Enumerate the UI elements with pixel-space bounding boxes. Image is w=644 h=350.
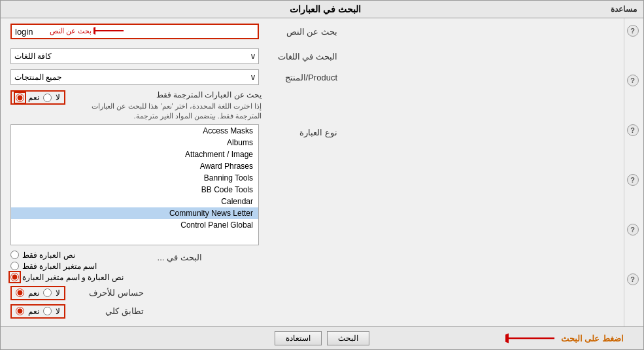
search-in-option-1: نص العبارة فقط <box>10 251 75 260</box>
list-item[interactable]: BB Code Tools <box>11 184 258 196</box>
translated-main-label: يحث عن العبارات المترجمة فقط <box>65 90 262 99</box>
translated-no-radio[interactable] <box>43 94 52 102</box>
search-in-radio-2[interactable] <box>10 262 19 270</box>
list-item[interactable]: Albums <box>11 137 258 149</box>
bottom-arrow-icon <box>505 332 558 345</box>
bottom-annotation-text: اضغط على البحث <box>561 334 624 343</box>
language-value: كافة اللغات <box>14 52 52 61</box>
help-icons-column: ? ? ? ? ? ? <box>624 18 643 326</box>
exact-match-row: تطابق كلي لا نعم <box>10 304 614 319</box>
help-icon-4[interactable]: ? <box>627 174 639 186</box>
phrase-type-label: نوع العبارة <box>259 128 337 137</box>
help-icon-5[interactable]: ? <box>627 224 639 236</box>
translated-no-label: لا <box>56 93 60 102</box>
search-in-radios: نص العبارة فقط اسم متغير العبارة فقط نص … <box>10 251 124 282</box>
search-in-row: البحث في ... نص العبارة فقط اسم متغير ال… <box>10 251 614 282</box>
search-in-radio-3[interactable] <box>10 273 19 281</box>
translated-description: إذا اخترت اللغة المحددة، اختر 'نعم' هذا … <box>65 101 262 122</box>
search-in-opt3-label: نص العبارة و اسم متغير العبارة <box>22 273 124 282</box>
exact-no-label: لا <box>56 307 60 316</box>
list-item[interactable]: Calendar <box>11 196 258 207</box>
window-title: البحث في العبارات <box>290 4 361 14</box>
reset-button[interactable]: استعادة <box>275 331 322 345</box>
product-label: المنتج/Product <box>259 73 337 82</box>
exact-match-no-radio[interactable] <box>43 307 52 315</box>
search-text-annotation: بحث عن النص <box>50 27 92 35</box>
arrow-to-input <box>93 26 126 35</box>
exact-match-yes-radio[interactable] <box>16 307 24 315</box>
help-icon-2[interactable]: ? <box>627 75 639 86</box>
exact-match-label: تطابق كلي <box>65 306 144 316</box>
translated-yes-label: نعم <box>28 93 39 102</box>
language-row: البحث في اللغات v كافة اللغات <box>10 48 614 64</box>
product-arrow: v <box>251 73 255 82</box>
search-in-option-3: نص العبارة و اسم متغير العبارة <box>10 273 124 282</box>
exact-yes-label: نعم <box>28 307 39 316</box>
language-label: البحث في اللغات <box>259 52 337 61</box>
translated-yes-radio[interactable] <box>16 94 24 102</box>
title-bar: مساعدة البحث في العبارات <box>1 1 643 18</box>
search-text-input[interactable] <box>10 24 259 39</box>
case-sensitive-row: حساس للأحرف لا نعم <box>10 286 614 300</box>
language-arrow: v <box>251 52 255 61</box>
phrase-type-listbox[interactable]: Access Masks Albums Attachment / Image A… <box>10 124 259 245</box>
list-item[interactable]: Banning Tools <box>11 172 258 184</box>
search-in-label: البحث في ... <box>124 253 202 262</box>
list-item[interactable]: Access Masks <box>11 125 258 137</box>
help-link[interactable]: مساعدة <box>611 5 637 14</box>
help-icon-3[interactable]: ? <box>627 124 639 136</box>
help-icon-6[interactable]: ? <box>627 273 639 285</box>
search-in-option-2: اسم متغير العبارة فقط <box>10 262 97 271</box>
translated-row: يحث عن العبارات المترجمة فقط إذا اخترت ا… <box>10 90 614 122</box>
language-select[interactable]: v كافة اللغات <box>10 48 259 64</box>
search-in-opt2-label: اسم متغير العبارة فقط <box>22 262 97 271</box>
search-button[interactable]: البحث <box>327 331 369 345</box>
search-in-radio-1[interactable] <box>10 251 19 259</box>
bottom-bar: اضغط على البحث البحث استعادة <box>1 326 643 349</box>
search-in-opt1-label: نص العبارة فقط <box>22 251 75 260</box>
case-no-label: لا <box>56 289 60 298</box>
product-row: المنتج/Product v جميع المنتجات <box>10 69 614 85</box>
list-item-selected[interactable]: Community News Letter <box>11 207 258 219</box>
case-yes-label: نعم <box>28 289 39 298</box>
form-area: بحث عن النص بحث عن النص بحث ع <box>1 18 624 326</box>
phrase-type-row: نوع العبارة Access Masks Albums Attachme… <box>10 124 614 245</box>
list-item[interactable]: Attachment / Image <box>11 149 258 160</box>
product-select[interactable]: v جميع المنتجات <box>10 69 259 85</box>
help-icon-1[interactable]: ? <box>627 25 639 37</box>
case-sensitive-no-radio[interactable] <box>43 289 52 297</box>
list-item[interactable]: Award Phrases <box>11 160 258 172</box>
list-item[interactable]: Control Panel Global <box>11 219 258 231</box>
case-sensitive-yes-radio[interactable] <box>16 289 24 297</box>
bottom-annotation-container: اضغط على البحث <box>505 332 624 345</box>
case-sensitive-label: حساس للأحرف <box>65 288 144 298</box>
product-value: جميع المنتجات <box>14 73 61 82</box>
search-text-label: بحث عن النص <box>259 27 337 37</box>
